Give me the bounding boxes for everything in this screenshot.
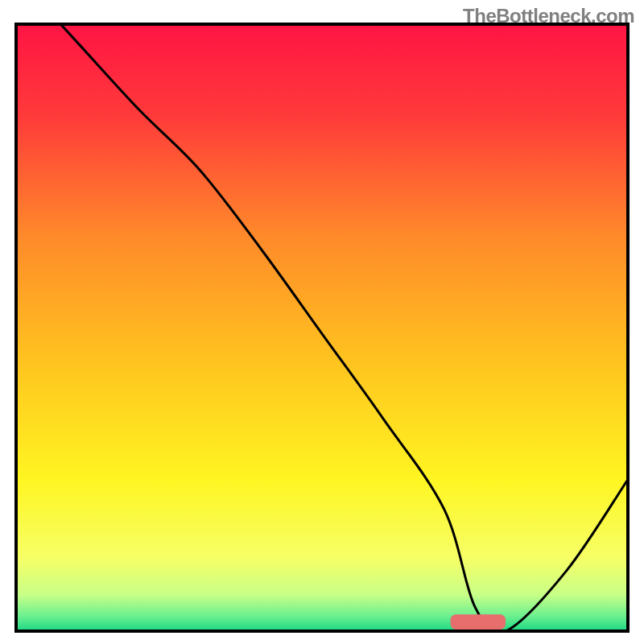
optimal-range-marker	[451, 614, 506, 630]
gradient-background	[16, 24, 628, 631]
chart-container: TheBottleneck.com	[0, 0, 644, 644]
watermark-text: TheBottleneck.com	[463, 5, 634, 27]
chart-svg	[0, 0, 644, 644]
